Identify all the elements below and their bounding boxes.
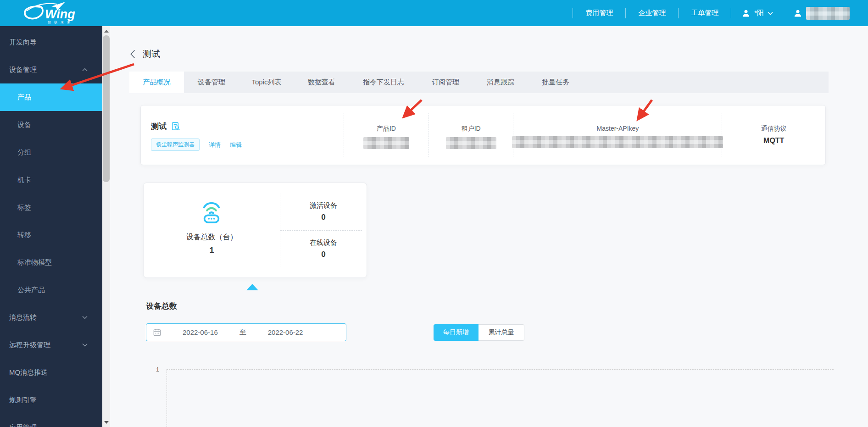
sidebar-item-label: 标签 [17, 203, 31, 212]
sidebar-item-label: 产品 [17, 93, 31, 102]
top-header: Wing 智联未来 费用管理 企业管理 工单管理 *阳 [0, 0, 868, 26]
card-pointer-triangle [246, 284, 258, 290]
product-summary: 测试 扬尘噪声监测器 详情 编辑 [141, 105, 344, 165]
product-category-tag: 扬尘噪声监测器 [151, 139, 200, 151]
redacted-account-name [806, 7, 850, 20]
sidebar-item-label: 设备管理 [9, 66, 37, 74]
chevron-left-icon [130, 50, 135, 59]
sidebar-item-device[interactable]: 设备 [0, 111, 102, 139]
device-status-block: 激活设备 0 在线设备 0 [280, 193, 367, 267]
sidebar-item-public-product[interactable]: 公共产品 [0, 276, 102, 304]
date-range-picker[interactable]: 2022-06-16 至 2022-06-22 [146, 323, 346, 341]
protocol-value: MQTT [763, 137, 784, 145]
chevron-down-icon [82, 316, 88, 319]
tenant-id-column: 租户ID [428, 113, 513, 157]
scroll-up-arrow[interactable] [102, 27, 110, 35]
sidebar-item-label: 标准物模型 [17, 258, 52, 267]
online-value: 0 [321, 250, 325, 259]
tab-message-trace[interactable]: 消息跟踪 [473, 72, 528, 93]
sidebar-item-group[interactable]: 分组 [0, 139, 102, 166]
redacted-master-apikey [512, 136, 723, 148]
device-wifi-icon [200, 200, 223, 224]
protocol-column: 通信协议 MQTT [722, 113, 825, 157]
section-title: 设备总数 [146, 301, 177, 311]
sidebar-item-standard-model[interactable]: 标准物模型 [0, 249, 102, 276]
sidebar-item-mq-push[interactable]: MQ消息推送 [0, 359, 102, 386]
sidebar-item-label: 设备 [17, 121, 31, 129]
scroll-down-arrow[interactable] [102, 418, 110, 426]
sidebar-item-app-mgmt[interactable]: 应用管理 [0, 414, 102, 427]
brand-logo[interactable]: Wing 智联未来 [21, 1, 90, 27]
sidebar-item-dev-wizard[interactable]: 开发向导 [0, 28, 102, 56]
cumulative-total-button[interactable]: 累计总量 [479, 324, 524, 341]
page-header-row: 测试 [130, 48, 160, 60]
chevron-down-icon [82, 343, 88, 347]
scrollbar-thumb[interactable] [103, 35, 110, 182]
person-icon [741, 9, 751, 18]
daily-new-button[interactable]: 每日新增 [434, 324, 479, 341]
nav-work-order[interactable]: 工单管理 [679, 9, 731, 17]
nav-enterprise[interactable]: 企业管理 [626, 9, 678, 17]
online-devices-cell: 在线设备 0 [280, 231, 367, 268]
tab-command-log[interactable]: 指令下发日志 [349, 72, 418, 93]
detail-link[interactable]: 详情 [209, 141, 221, 149]
sidebar-item-tag[interactable]: 标签 [0, 194, 102, 221]
secondary-account[interactable] [783, 7, 850, 20]
sidebar-scrollbar[interactable] [102, 26, 110, 427]
edit-link[interactable]: 编辑 [230, 141, 242, 149]
sidebar-item-rule-engine[interactable]: 规则引擎 [0, 386, 102, 414]
calendar-icon [153, 328, 161, 337]
redacted-tenant-id [446, 137, 496, 149]
tab-product-overview[interactable]: 产品概况 [129, 72, 184, 93]
sidebar-item-label: 机卡 [17, 176, 31, 184]
sidebar-item-product[interactable]: 产品 [0, 83, 102, 111]
device-stats-card: 设备总数（台） 1 激活设备 0 在线设备 0 [143, 183, 367, 278]
user-menu[interactable]: *阳 [731, 9, 783, 18]
tab-subscription[interactable]: 订阅管理 [418, 72, 473, 93]
product-info-card: 测试 扬尘噪声监测器 详情 编辑 产品ID 租户 [140, 105, 826, 165]
master-apikey-column: Master-APIkey [513, 113, 722, 157]
logo-swoosh [25, 6, 43, 18]
sidebar-item-message-flow[interactable]: 消息流转 [0, 304, 102, 331]
date-separator: 至 [239, 328, 246, 337]
tenant-id-label: 租户ID [462, 125, 481, 133]
chevron-down-icon [768, 11, 773, 15]
chart-y-axis-tick: 1 [156, 366, 159, 373]
brand-tagline: 智联未来 [48, 21, 73, 24]
tab-device-mgmt[interactable]: 设备管理 [184, 72, 239, 93]
sidebar-nav: 开发向导 设备管理 产品 设备 分组 机卡 标签 转移 标准物模型 公共产品 消… [0, 26, 102, 427]
product-id-column: 产品ID [344, 113, 428, 157]
redacted-product-id [363, 137, 409, 149]
nav-billing[interactable]: 费用管理 [573, 9, 625, 17]
chevron-up-icon [82, 68, 88, 72]
date-end-value[interactable]: 2022-06-22 [268, 328, 303, 336]
product-name: 测试 [151, 121, 167, 132]
person-icon [793, 9, 802, 18]
sidebar-item-device-mgmt[interactable]: 设备管理 [0, 56, 102, 83]
sidebar-item-label: 消息流转 [9, 313, 37, 322]
protocol-label: 通信协议 [761, 125, 787, 133]
sidebar-item-transfer[interactable]: 转移 [0, 221, 102, 249]
product-id-label: 产品ID [377, 125, 396, 133]
sidebar-item-label: 转移 [17, 231, 31, 239]
main-content: 测试 产品概况 设备管理 Topic列表 数据查看 指令下发日志 订阅管理 消息… [110, 26, 868, 427]
brand-text: Wing [45, 7, 75, 21]
back-button[interactable] [130, 50, 135, 59]
user-name: *阳 [754, 9, 764, 17]
sidebar-item-label: 公共产品 [17, 286, 45, 294]
device-total-value: 1 [209, 246, 214, 255]
sidebar-item-remote-upgrade[interactable]: 远程升级管理 [0, 331, 102, 359]
tab-batch-task[interactable]: 批量任务 [528, 72, 583, 93]
tab-data-view[interactable]: 数据查看 [294, 72, 349, 93]
doc-search-icon[interactable] [171, 122, 181, 131]
sidebar-item-label: MQ消息推送 [9, 368, 48, 377]
online-label: 在线设备 [310, 238, 337, 247]
sidebar-item-sim-card[interactable]: 机卡 [0, 166, 102, 194]
tab-topic-list[interactable]: Topic列表 [239, 72, 294, 93]
date-start-value[interactable]: 2022-06-16 [183, 328, 218, 336]
master-apikey-label: Master-APIkey [597, 125, 639, 132]
header-nav: 费用管理 企业管理 工单管理 *阳 [573, 0, 850, 26]
activated-label: 激活设备 [310, 201, 337, 210]
chart-mode-toggle: 每日新增 累计总量 [434, 324, 524, 341]
sidebar-item-label: 规则引擎 [9, 396, 37, 405]
